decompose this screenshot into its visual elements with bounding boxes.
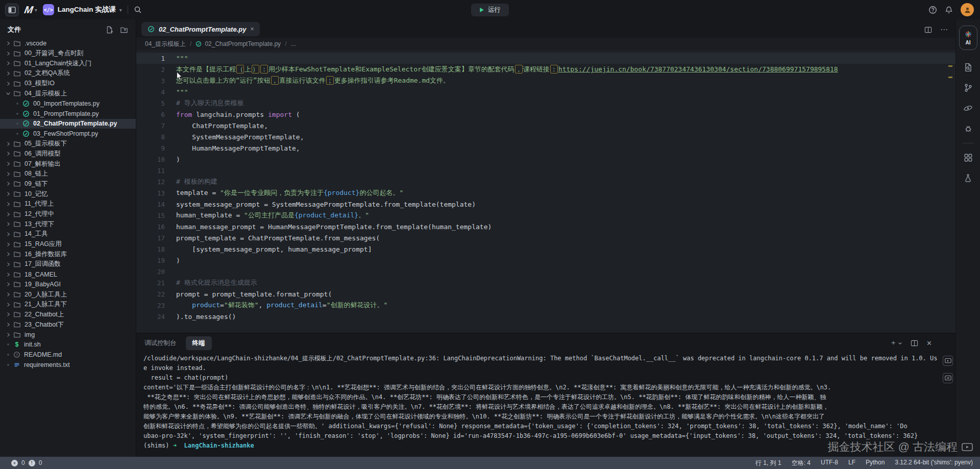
tree-item-label: 04_提示模板上 — [24, 89, 67, 98]
sidebar-toggle-icon — [8, 7, 16, 13]
remote-explorer-icon[interactable] — [956, 98, 980, 118]
tree-item[interactable]: 18_CAMEL — [0, 269, 136, 280]
split-panel-icon[interactable] — [911, 339, 918, 347]
svg-text:?: ? — [16, 353, 18, 357]
status-item[interactable]: UTF-8 — [821, 459, 838, 467]
tree-item[interactable]: 15_RAG应用 — [0, 239, 136, 250]
tree-item-label: 22_Chatbot上 — [24, 310, 64, 319]
avatar[interactable] — [961, 3, 974, 16]
tree-item[interactable]: 14_工具 — [0, 229, 136, 239]
tree-item[interactable]: 12_代理中 — [0, 209, 136, 219]
code-editor[interactable]: 1"""2本文件是【提示工程（上）：用少样本FewShotTemplate和Ex… — [136, 50, 955, 333]
test-flask-icon[interactable] — [956, 168, 980, 188]
tree-item[interactable]: 22_Chatbot上 — [0, 310, 136, 320]
breadcrumb-file[interactable]: 02_ChatPromptTemplate.py — [195, 40, 281, 47]
project-switcher[interactable]: </> LangChain 实战课 ▾ — [43, 4, 122, 15]
terminal-line: 创新和鲜花设计的特点，希望能够为你的公司起名提供一些帮助。' additiona… — [143, 422, 948, 431]
status-item[interactable]: Python — [866, 459, 885, 467]
app-logo-group[interactable]: M ▾ — [24, 4, 37, 16]
close-panel-icon[interactable]: ✕ — [926, 339, 932, 347]
tree-item[interactable]: 08_链上 — [0, 169, 136, 179]
terminal-output[interactable]: /cloudide/workspace/LangChain-shizhanke/… — [136, 353, 955, 451]
git-branch-icon[interactable] — [956, 78, 980, 98]
tree-item[interactable]: 23_Chatbot下 — [0, 319, 136, 330]
tree-item[interactable]: 03_模型IO — [0, 79, 136, 89]
file-search-icon[interactable] — [956, 57, 980, 78]
help-icon[interactable] — [928, 6, 937, 14]
status-item[interactable]: 空格: 4 — [792, 459, 811, 467]
tree-item[interactable]: $init.sh — [0, 340, 136, 350]
file-dot — [16, 113, 18, 115]
chevron-icon — [5, 151, 13, 157]
new-file-icon[interactable] — [106, 26, 113, 34]
ai-assistant-button[interactable]: AI — [959, 26, 977, 50]
tree-item[interactable]: requirements.txt — [0, 360, 136, 370]
tree-item[interactable]: 06_调用模型 — [0, 149, 136, 159]
tree-item[interactable]: .vscode — [0, 38, 136, 48]
terminal-line: 能够为客户带来全新的体验。\n9. **艺花新创**: 强调艺术与创新的融合，体… — [143, 412, 948, 422]
breadcrumb: 04_提示模板上 / 02_ChatPromptTemplate.py / ..… — [136, 38, 955, 50]
run-button-label: 运行 — [488, 6, 501, 14]
more-actions-icon[interactable]: ⋯ — [940, 25, 948, 34]
debug-bug-icon[interactable] — [956, 118, 980, 139]
tree-item[interactable]: 00_开篇词_奇点时刻 — [0, 48, 136, 59]
line-number: 17 — [136, 234, 165, 242]
folder-icon — [13, 150, 21, 157]
folder-icon — [13, 40, 21, 47]
tree-item[interactable]: ?README.md — [0, 350, 136, 360]
line-number: 18 — [136, 245, 165, 253]
split-editor-icon[interactable] — [924, 26, 932, 34]
tree-item-label: 01_LangChain快速入门 — [24, 59, 91, 68]
line-number: 5 — [136, 100, 165, 107]
breadcrumb-folder[interactable]: 04_提示模板上 — [145, 40, 186, 48]
folder-icon — [13, 60, 21, 67]
tree-item-label: 02_文档QA系统 — [24, 69, 70, 78]
tree-item[interactable]: 17_回调函数 — [0, 259, 136, 269]
tree-item[interactable]: 07_解析输出 — [0, 159, 136, 169]
tab-02-chatprompttemplate[interactable]: 02_ChatPromptTemplate.py × — [141, 22, 260, 36]
toggle-sidebar-button[interactable] — [5, 4, 19, 16]
tree-item[interactable]: img — [0, 330, 136, 340]
problems-indicator[interactable]: ✕ 0 ! 0 — [7, 459, 42, 466]
status-item[interactable]: 3.12.2 64-bit ('shims': pyenv) — [895, 459, 973, 467]
extensions-grid-icon[interactable] — [956, 147, 980, 168]
tree-item[interactable]: 05_提示模板下 — [0, 139, 136, 149]
close-icon[interactable]: × — [250, 26, 254, 33]
code-line: 18 [system_message_prompt, human_message… — [136, 243, 955, 255]
tree-item[interactable]: 21_人脉工具下 — [0, 300, 136, 310]
status-item[interactable]: 行 1, 列 1 — [755, 459, 781, 467]
chevron-icon — [5, 281, 13, 287]
new-terminal-button[interactable]: ＋ — [890, 338, 902, 348]
tree-item[interactable]: 09_链下 — [0, 179, 136, 189]
folder-icon — [13, 201, 21, 208]
tab-terminal[interactable]: 终端 — [186, 336, 212, 350]
tree-item[interactable]: 20_人脉工具上 — [0, 289, 136, 300]
tree-item[interactable]: 03_FewShotPrompt.py — [0, 129, 136, 139]
tree-item[interactable]: 02_文档QA系统 — [0, 68, 136, 79]
tree-item[interactable]: 01_LangChain快速入门 — [0, 58, 136, 68]
overview-ruler-mark — [948, 77, 952, 78]
tree-item[interactable]: 00_ImportTemplates.py — [0, 98, 136, 109]
tree-item[interactable]: 01_PromptTemplate.py — [0, 109, 136, 119]
open-preview-icon[interactable] — [943, 356, 953, 366]
new-folder-icon[interactable] — [120, 26, 128, 34]
code-line: 11 — [136, 165, 955, 176]
editor-column: 02_ChatPromptTemplate.py × ⋯ 04_提示模板上 / … — [136, 19, 955, 457]
tree-item[interactable]: 04_提示模板上 — [0, 88, 136, 98]
tree-item[interactable]: 11_代理上 — [0, 199, 136, 209]
open-preview-icon[interactable] — [943, 373, 953, 383]
tree-item[interactable]: 10_记忆 — [0, 189, 136, 199]
search-icon[interactable] — [134, 6, 142, 14]
bell-icon[interactable] — [945, 6, 953, 14]
tree-item[interactable]: 02_ChatPromptTemplate.py — [0, 119, 136, 129]
folder-icon — [13, 261, 21, 268]
line-number: 15 — [136, 212, 165, 219]
tree-item[interactable]: 16_操作数据库 — [0, 249, 136, 259]
status-item[interactable]: LF — [848, 459, 855, 467]
tree-item-label: 18_CAMEL — [24, 271, 57, 278]
tab-debug-console[interactable]: 调试控制台 — [144, 339, 177, 348]
tree-item[interactable]: 19_BabyAGI — [0, 280, 136, 290]
run-button[interactable]: 运行 — [471, 4, 509, 16]
tree-item[interactable]: 13_代理下 — [0, 219, 136, 229]
breadcrumb-symbol[interactable]: ... — [290, 40, 296, 47]
